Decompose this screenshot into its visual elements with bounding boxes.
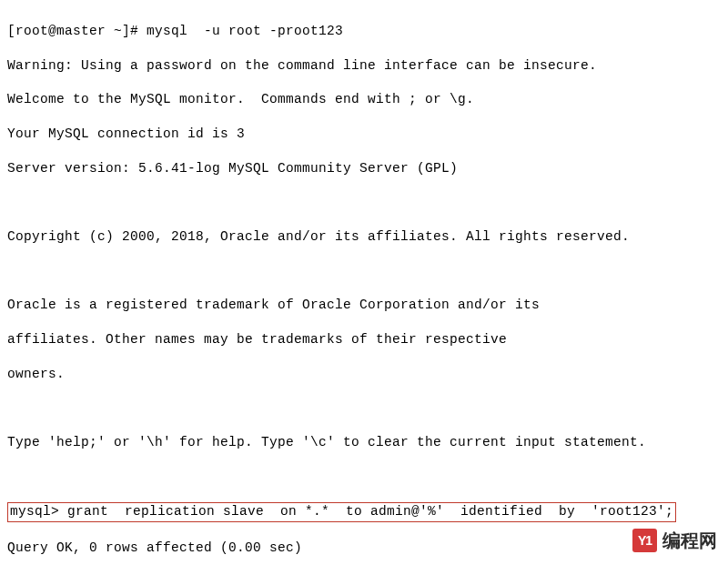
help-line: Type 'help;' or '\h' for help. Type '\c'… [7, 434, 721, 451]
watermark-badge-icon: Y1 [632, 529, 657, 552]
watermark-text: 编程网 [662, 529, 717, 552]
blank-line [7, 263, 721, 280]
grant-highlight-box: mysql> grant replication slave on *.* to… [7, 502, 676, 521]
blank-line [7, 194, 721, 211]
terminal-output[interactable]: [root@master ~]# mysql -u root -proot123… [7, 5, 721, 565]
watermark: Y1 编程网 [632, 529, 717, 552]
welcome-line: Welcome to the MySQL monitor. Commands e… [7, 91, 721, 108]
grant-command-line: mysql> grant replication slave on *.* to… [7, 502, 721, 521]
trademark-line-3: owners. [7, 366, 721, 383]
shell-prompt-line: [root@master ~]# mysql -u root -proot123 [7, 23, 721, 40]
server-version-line: Server version: 5.6.41-log MySQL Communi… [7, 160, 721, 177]
blank-line [7, 469, 721, 486]
blank-line [7, 399, 721, 417]
warning-line: Warning: Using a password on the command… [7, 57, 721, 75]
copyright-line: Copyright (c) 2000, 2018, Oracle and/or … [7, 228, 721, 246]
connection-id-line: Your MySQL connection id is 3 [7, 126, 721, 143]
trademark-line-2: affiliates. Other names may be trademark… [7, 331, 721, 348]
grant-result-line: Query OK, 0 rows affected (0.00 sec) [7, 540, 721, 557]
trademark-line-1: Oracle is a registered trademark of Orac… [7, 297, 721, 314]
